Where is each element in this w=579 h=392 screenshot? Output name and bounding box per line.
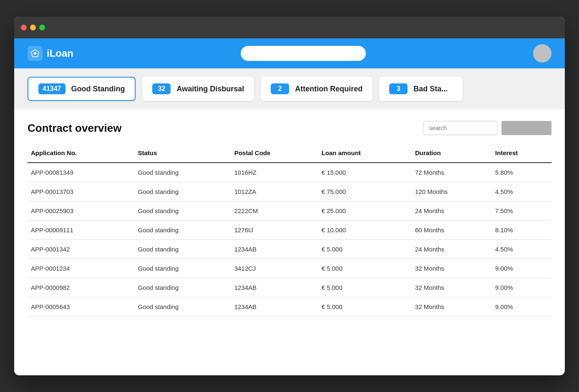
- table-row[interactable]: APP-00013703Good standing1012ZA€ 75.0001…: [28, 182, 551, 201]
- app-window: iLoan 41347 Good Standing 32 Awaiting Di…: [14, 17, 565, 375]
- cell-duration: 24 Months: [412, 201, 492, 221]
- cell-status: Good standing: [134, 221, 231, 240]
- table-header: Application No. Status Postal Code Loan …: [28, 145, 551, 163]
- table-row[interactable]: APP-0000982Good standing1234AB€ 5.00032 …: [28, 278, 551, 297]
- col-header-loan: Loan amount: [318, 145, 412, 163]
- tabs-section: 41347 Good Standing 32 Awaiting Disbursa…: [14, 68, 565, 109]
- cell-status: Good standing: [134, 182, 231, 201]
- table-row[interactable]: APP-00009111Good standing1276IJ€ 10.0006…: [28, 221, 551, 240]
- cell-loan-amount: € 25.000: [318, 201, 412, 221]
- tab-badge-good-standing: 41347: [38, 83, 65, 94]
- table-header-row: Application No. Status Postal Code Loan …: [28, 145, 551, 163]
- tab-attention-required[interactable]: 2 Attention Required: [261, 77, 373, 101]
- table-row[interactable]: APP-00081349Good standing1016HZ€ 15.0007…: [28, 163, 551, 182]
- tab-badge-bad: 3: [389, 83, 408, 94]
- cell-duration: 32 Months: [412, 297, 492, 317]
- tab-badge-awaiting: 32: [152, 83, 171, 94]
- cell-app-no: APP-00009111: [28, 221, 134, 240]
- cell-duration: 32 Months: [412, 278, 492, 297]
- cell-interest: 9.00%: [492, 259, 551, 278]
- cell-status: Good standing: [134, 240, 231, 259]
- cell-interest: 5.80%: [492, 163, 551, 182]
- minimize-button[interactable]: [30, 25, 36, 30]
- header-search-input[interactable]: [241, 46, 366, 61]
- tab-good-standing[interactable]: 41347 Good Standing: [28, 77, 136, 101]
- table-body: APP-00081349Good standing1016HZ€ 15.0007…: [28, 163, 551, 317]
- content-header: Contract overview: [28, 121, 551, 135]
- cell-postal: 1276IJ: [231, 221, 318, 240]
- cell-status: Good standing: [134, 278, 231, 297]
- cell-app-no: APP-0000982: [28, 278, 134, 297]
- cell-app-no: APP-0001342: [28, 240, 134, 259]
- logo-icon: [28, 46, 43, 61]
- cell-loan-amount: € 5.000: [318, 259, 412, 278]
- cell-loan-amount: € 10.000: [318, 221, 412, 240]
- search-area: [423, 121, 551, 135]
- cell-app-no: APP-0001234: [28, 259, 134, 278]
- cell-app-no: APP-00081349: [28, 163, 134, 182]
- cell-duration: 24 Months: [412, 240, 492, 259]
- cell-interest: 7.50%: [492, 201, 551, 221]
- cell-duration: 72 Months: [412, 163, 492, 182]
- table-search-input[interactable]: [423, 121, 498, 135]
- svg-point-1: [34, 52, 36, 55]
- cell-interest: 4.50%: [492, 182, 551, 201]
- col-header-duration: Duration: [412, 145, 492, 163]
- col-header-postal: Postal Code: [231, 145, 318, 163]
- logo-text: iLoan: [47, 48, 73, 59]
- cell-loan-amount: € 5.000: [318, 297, 412, 317]
- cell-app-no: APP-00025903: [28, 201, 134, 221]
- contracts-table: Application No. Status Postal Code Loan …: [28, 145, 551, 317]
- cell-loan-amount: € 5.000: [318, 278, 412, 297]
- tab-label-bad: Bad Sta...: [413, 85, 448, 93]
- cell-loan-amount: € 75.000: [318, 182, 412, 201]
- col-header-interest: Interest: [492, 145, 551, 163]
- tab-bad-standing[interactable]: 3 Bad Sta...: [379, 77, 463, 101]
- main-content: Contract overview Application No. Status…: [14, 109, 565, 328]
- maximize-button[interactable]: [39, 25, 45, 30]
- table-row[interactable]: APP-0001234Good standing3412CJ€ 5.00032 …: [28, 259, 551, 278]
- table-row[interactable]: APP-00025903Good standing2222CM€ 25.0002…: [28, 201, 551, 221]
- cell-app-no: APP-00013703: [28, 182, 134, 201]
- tab-label-awaiting: Awaiting Disbursal: [176, 85, 244, 93]
- page-title: Contract overview: [28, 122, 121, 135]
- cell-loan-amount: € 5.000: [318, 240, 412, 259]
- logo: iLoan: [28, 46, 73, 61]
- cell-status: Good standing: [134, 259, 231, 278]
- app-header: iLoan: [14, 38, 565, 68]
- table-row[interactable]: APP-0001342Good standing1234AB€ 5.00024 …: [28, 240, 551, 259]
- cell-status: Good standing: [134, 201, 231, 221]
- close-button[interactable]: [21, 25, 27, 30]
- tab-label-good-standing: Good Standing: [71, 85, 125, 93]
- tab-badge-attention: 2: [271, 83, 289, 94]
- cell-interest: 4.50%: [492, 240, 551, 259]
- cell-interest: 8.10%: [492, 221, 551, 240]
- col-header-status: Status: [134, 145, 231, 163]
- cell-postal: 1234AB: [231, 297, 318, 317]
- cell-status: Good standing: [134, 163, 231, 182]
- cell-interest: 9.00%: [492, 278, 551, 297]
- cell-interest: 9.00%: [492, 297, 551, 317]
- tab-label-attention: Attention Required: [295, 85, 363, 93]
- header-search-container: [73, 46, 533, 61]
- cell-postal: 1234AB: [231, 240, 318, 259]
- tab-awaiting-disbursal[interactable]: 32 Awaiting Disbursal: [142, 77, 254, 101]
- col-header-app-no: Application No.: [28, 145, 134, 163]
- cell-postal: 1234AB: [231, 278, 318, 297]
- cell-loan-amount: € 15.000: [318, 163, 412, 182]
- cell-duration: 60 Months: [412, 221, 492, 240]
- cell-postal: 2222CM: [231, 201, 318, 221]
- cell-status: Good standing: [134, 297, 231, 317]
- cell-app-no: APP-0005643: [28, 297, 134, 317]
- cell-postal: 1016HZ: [231, 163, 318, 182]
- search-button[interactable]: [501, 121, 551, 135]
- titlebar: [14, 17, 565, 38]
- table-row[interactable]: APP-0005643Good standing1234AB€ 5.00032 …: [28, 297, 551, 317]
- cell-duration: 120 Months: [412, 182, 492, 201]
- avatar[interactable]: [533, 44, 551, 63]
- cell-duration: 32 Months: [412, 259, 492, 278]
- cell-postal: 1012ZA: [231, 182, 318, 201]
- cell-postal: 3412CJ: [231, 259, 318, 278]
